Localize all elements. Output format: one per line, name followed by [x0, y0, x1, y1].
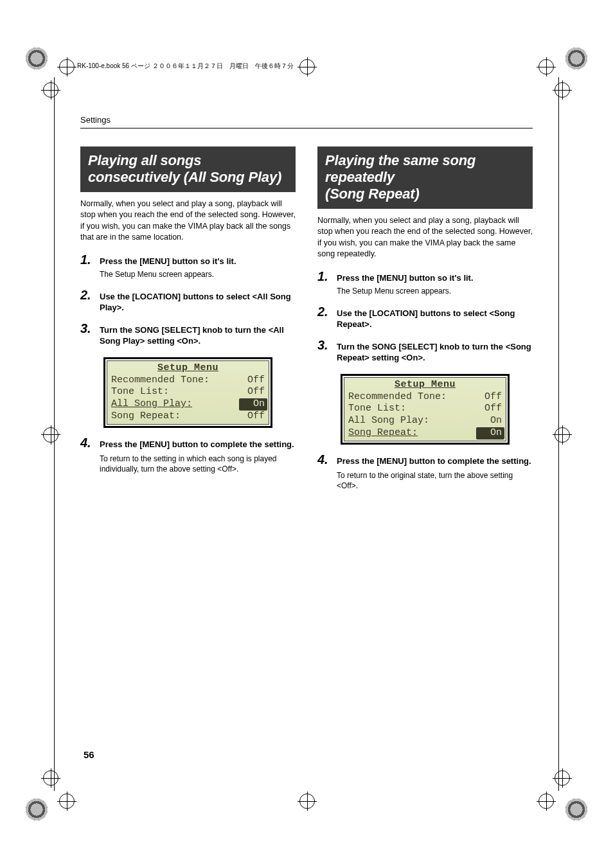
lcd-value: Off [242, 411, 265, 423]
registration-mark-icon [59, 793, 75, 809]
step-extra-text: To return to the setting in which each s… [100, 454, 296, 474]
registration-mark-icon [299, 793, 315, 809]
step-title: Press the [MENU] button to complete the … [100, 439, 296, 450]
step-title: Turn the SONG [SELECT] knob to turn the … [100, 324, 296, 347]
lcd-row: Recommended Tone: Off [348, 391, 502, 403]
lcd-value-selected: On [476, 427, 504, 439]
step-number: 2. [80, 288, 100, 303]
lcd-value: Off [479, 391, 502, 403]
heading-all-song-play: Playing all songs consecutively (All Son… [80, 146, 296, 192]
print-header: RK-100-e.book 56 ページ ２００６年１１月２７日 月曜日 午後６… [77, 62, 294, 71]
step-subtext: The Setup Menu screen appears. [337, 286, 533, 296]
lcd-label: All Song Play: [111, 398, 192, 411]
registration-mark-icon [59, 59, 75, 75]
step-4: 4. Press the [MENU] button to complete t… [317, 452, 533, 492]
lcd-screenshot: Setup Menu Recommended Tone: Off Tone Li… [341, 374, 510, 445]
step-2: 2. Use the [LOCATION] buttons to select … [317, 305, 533, 330]
lcd-value: Off [479, 403, 502, 415]
step-title: Press the [MENU] button so it's lit. [100, 256, 296, 267]
lcd-row: Tone List: Off [348, 403, 502, 415]
page-number: 56 [84, 749, 94, 760]
registration-mark-icon [555, 770, 570, 786]
intro-text: Normally, when you select and play a son… [80, 199, 296, 244]
intro-text: Normally, when you select and play a son… [317, 215, 533, 260]
step-number: 1. [317, 269, 337, 284]
registration-mark-icon [538, 793, 554, 809]
section-label: Settings [80, 115, 533, 128]
lcd-title: Setup Menu [111, 362, 265, 375]
registration-mark-icon [43, 770, 58, 786]
step-title: Use the [LOCATION] buttons to select <Al… [100, 291, 296, 314]
lcd-row-highlighted: All Song Play: On [111, 398, 265, 411]
step-number: 3. [80, 321, 100, 336]
step-number: 4. [80, 436, 100, 450]
lcd-value: On [479, 415, 502, 427]
page-content: Settings Playing all songs consecutively… [80, 115, 533, 492]
step-title: Press the [MENU] button so it's lit. [337, 272, 533, 284]
lcd-label: Tone List: [348, 403, 406, 415]
lcd-value: Off [242, 386, 265, 398]
step-extra-text: To return to the original state, turn th… [337, 470, 533, 491]
lcd-label: Song Repeat: [348, 427, 418, 439]
step-number: 3. [317, 338, 337, 353]
registration-mark-icon [555, 82, 570, 98]
column-left: Playing all songs consecutively (All Son… [80, 146, 296, 492]
crop-mark-icon [565, 799, 587, 820]
lcd-screenshot: Setup Menu Recommended Tone: Off Tone Li… [103, 357, 272, 428]
lcd-row: Tone List: Off [111, 386, 265, 398]
registration-mark-icon [299, 59, 315, 75]
step-3: 3. Turn the SONG [SELECT] knob to turn t… [317, 338, 533, 364]
trim-line [558, 77, 559, 791]
crop-mark-icon [565, 48, 587, 69]
step-number: 1. [80, 252, 100, 267]
registration-mark-icon [43, 427, 58, 443]
step-1: 1. Press the [MENU] button so it's lit. … [317, 269, 533, 297]
lcd-value: Off [242, 375, 265, 387]
column-right: Playing the same song repeatedly (Song R… [317, 146, 533, 492]
step-number: 4. [317, 452, 337, 467]
lcd-label: Recommended Tone: [348, 391, 447, 403]
lcd-row: Recommended Tone: Off [111, 375, 265, 387]
registration-mark-icon [538, 59, 554, 75]
registration-mark-icon [43, 82, 58, 98]
lcd-row-highlighted: Song Repeat: On [348, 427, 502, 439]
lcd-row: All Song Play: On [348, 415, 502, 427]
lcd-label: Song Repeat: [111, 411, 181, 423]
crop-mark-icon [26, 799, 48, 820]
crop-mark-icon [26, 48, 48, 69]
step-number: 2. [317, 305, 337, 319]
step-3: 3. Turn the SONG [SELECT] knob to turn t… [80, 321, 296, 347]
step-title: Use the [LOCATION] buttons to select <So… [337, 308, 533, 330]
lcd-label: All Song Play: [348, 415, 429, 427]
step-title: Press the [MENU] button to complete the … [337, 456, 533, 467]
lcd-row: Song Repeat: Off [111, 411, 265, 423]
heading-song-repeat: Playing the same song repeatedly (Song R… [317, 146, 533, 209]
lcd-label: Recommended Tone: [111, 375, 209, 387]
step-title: Turn the SONG [SELECT] knob to turn the … [337, 341, 533, 364]
lcd-label: Tone List: [111, 386, 169, 398]
step-2: 2. Use the [LOCATION] buttons to select … [80, 288, 296, 314]
registration-mark-icon [555, 427, 570, 443]
lcd-value-selected: On [239, 398, 267, 411]
lcd-title: Setup Menu [348, 379, 502, 391]
two-column-layout: Playing all songs consecutively (All Son… [80, 146, 533, 492]
step-4: 4. Press the [MENU] button to complete t… [80, 436, 296, 475]
trim-line [54, 77, 55, 791]
step-1: 1. Press the [MENU] button so it's lit. … [80, 252, 296, 280]
step-subtext: The Setup Menu screen appears. [100, 269, 296, 279]
